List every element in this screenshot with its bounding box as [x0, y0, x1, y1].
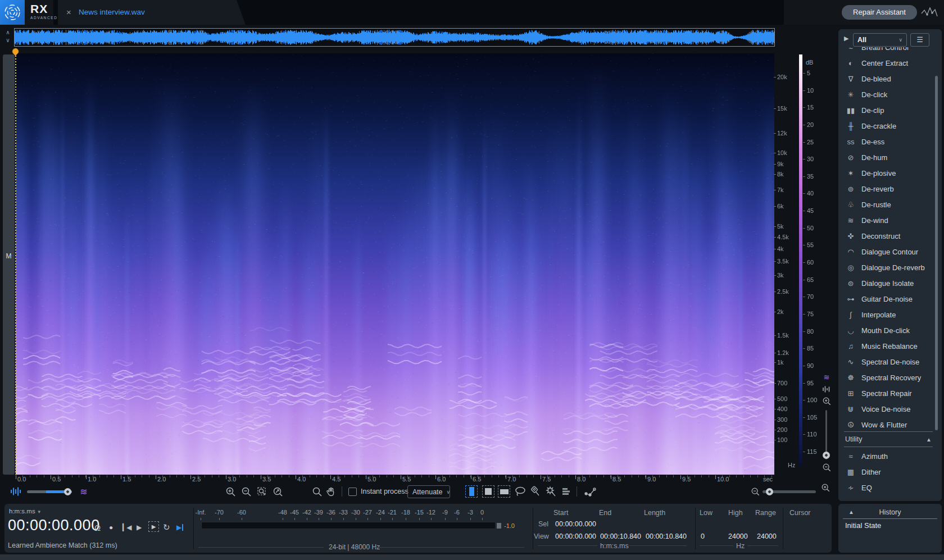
view-blend-slider-thumb[interactable] [64, 488, 71, 495]
loop-button[interactable]: ↻ [163, 521, 170, 534]
module-item-de-click[interactable]: ✳De-click [838, 86, 938, 102]
freq-high-value[interactable]: 24000 [728, 532, 748, 540]
freq-tick [774, 420, 776, 420]
time-format-dropdown[interactable]: h:m:s.ms ▼ [9, 508, 42, 515]
sel-start-value[interactable]: 00:00:00.000 [555, 520, 596, 528]
module-item-de-rustle[interactable]: ♧De-rustle [838, 197, 938, 212]
meter-label--70: -70 [215, 509, 224, 516]
module-item-deconstruct[interactable]: ✜Deconstruct [838, 228, 938, 244]
time-display[interactable]: 00:00:00.000 [8, 517, 100, 534]
time-frequency-selection-tool[interactable] [482, 485, 494, 498]
module-item-dialogue-isolate[interactable]: ⊜Dialogue Isolate [838, 275, 938, 291]
view-start-value[interactable]: 00:00:00.000 [555, 532, 596, 540]
view-end-value[interactable]: 00:00:10.840 [600, 532, 641, 540]
horizontal-zoom-in-icon[interactable] [819, 483, 832, 494]
module-item-dither[interactable]: ▦Dither [838, 464, 938, 480]
waveform-view-icon[interactable] [820, 385, 833, 397]
module-item-spectral-recovery[interactable]: ☸Spectral Recovery [838, 370, 938, 385]
module-item-mouth-de-click[interactable]: ◡Mouth De-click [838, 322, 938, 338]
time-selection-tool[interactable] [465, 485, 478, 498]
module-item-dialogue-de-reverb[interactable]: ◎Dialogue De-reverb [838, 259, 938, 275]
module-item-eq[interactable]: ∻EQ [838, 480, 938, 495]
ruler-label-10.0: 10.0 [717, 476, 729, 482]
spectrogram-view-icon[interactable]: ≋ [820, 373, 833, 384]
process-mode-dropdown[interactable]: Attenuate ∨ [407, 485, 450, 498]
vertical-zoom-slider-thumb[interactable] [823, 452, 830, 459]
overview-waveform-canvas[interactable] [15, 29, 774, 46]
zoom-in-button[interactable] [225, 485, 236, 498]
magic-wand-tool[interactable] [546, 485, 557, 498]
module-item-de-clip[interactable]: ▮▮De-clip [838, 102, 938, 118]
zoom-selection-button[interactable] [257, 485, 267, 498]
izotope-rx-logo[interactable] [0, 0, 25, 25]
module-filter-dropdown[interactable]: All ∨ [853, 33, 907, 47]
frequency-selection-tool[interactable] [498, 485, 510, 498]
play-button[interactable]: ▶ [137, 521, 142, 534]
db-tick [803, 417, 805, 418]
magnifier-tool-icon[interactable] [312, 485, 323, 498]
module-item-azimuth[interactable]: ≈Azimuth [838, 448, 938, 464]
lasso-selection-tool[interactable] [514, 485, 527, 498]
horizontal-zoom-out-icon[interactable] [751, 485, 760, 498]
freq-low-value[interactable]: 0 [701, 532, 705, 540]
module-item-de-reverb[interactable]: ⊚De-reverb [838, 181, 938, 197]
module-item-spectral-repair[interactable]: ⊞Spectral Repair [838, 385, 938, 401]
waveform-overview[interactable] [14, 28, 775, 47]
curve-node-tool[interactable] [584, 485, 597, 498]
db-tick [803, 314, 805, 315]
repair-pen-icon[interactable] [920, 5, 938, 20]
play-selection-button[interactable]: ▶ [148, 521, 159, 532]
meter-tick [482, 518, 483, 520]
grab-hand-tool-icon[interactable] [326, 485, 336, 498]
module-item-de-plosive[interactable]: ✶De-plosive [838, 165, 938, 181]
tab-close-icon[interactable]: × [66, 7, 71, 17]
vertical-zoom-in-icon[interactable] [820, 397, 833, 408]
repair-assistant-button[interactable]: Repair Assistant [842, 5, 917, 20]
freq-tick [774, 261, 776, 262]
brush-selection-tool[interactable] [530, 485, 541, 498]
module-item-center-extract[interactable]: ◐Center Extract [838, 55, 938, 71]
module-item-de-crackle[interactable]: ╫De-crackle [838, 118, 938, 134]
harmonics-selection-tool[interactable] [561, 485, 571, 498]
module-item-breath-control[interactable]: ≈Breath Control [838, 47, 938, 55]
panel-separator-2 [533, 508, 533, 549]
spectrogram-toggle-icon[interactable]: ≋ [78, 485, 90, 498]
meter-tick [457, 518, 457, 520]
spectrogram-canvas[interactable] [16, 53, 774, 475]
module-item-interpolate[interactable]: ∫Interpolate [838, 307, 938, 322]
ruler-tick [611, 475, 611, 479]
module-item-de-hum[interactable]: ⊘De-hum [838, 149, 938, 165]
module-item-de-bleed[interactable]: ∇De-bleed [838, 71, 938, 86]
channel-strip[interactable]: M [3, 54, 15, 475]
go-to-start-button[interactable]: ▎◀ [122, 521, 130, 534]
module-item-dialogue-contour[interactable]: ◠Dialogue Contour [838, 244, 938, 259]
module-list-scrollbar[interactable] [935, 76, 938, 430]
freq-range-value[interactable]: 24000 [757, 532, 777, 540]
view-length-value[interactable]: 00:00:10.840 [646, 532, 687, 540]
module-run-icon[interactable]: ▶ [844, 35, 848, 42]
module-item-wow-flutter[interactable]: ☮Wow & Flutter [838, 417, 938, 430]
module-menu-button[interactable]: ☰ [910, 33, 929, 47]
file-tab[interactable]: × News interview.wav [58, 0, 246, 25]
module-item-voice-de-noise[interactable]: ⋓Voice De-noise [838, 401, 938, 417]
overview-resize-arrows[interactable]: ∧∨ [3, 29, 12, 44]
peak-readout[interactable]: -1.0 [504, 522, 515, 529]
history-entry[interactable]: Initial State [845, 521, 881, 530]
zoom-fit-button[interactable] [273, 485, 283, 498]
module-item-spectral-de-noise[interactable]: ∿Spectral De-noise [838, 354, 938, 370]
play-to-end-button[interactable]: ▶ [176, 521, 183, 534]
waveform-toggle-icon[interactable] [9, 485, 22, 498]
monitor-headphones-button[interactable]: Ω [94, 521, 101, 534]
module-item-de-wind[interactable]: ≋De-wind [838, 212, 938, 228]
instant-process-checkbox[interactable] [348, 488, 357, 496]
module-item-guitar-de-noise[interactable]: ⊶Guitar De-noise [838, 291, 938, 307]
utility-section-header[interactable]: Utility ▲ [844, 431, 933, 447]
meter-label--42: -42 [302, 509, 311, 516]
module-item-music-rebalance[interactable]: ♫Music Rebalance [838, 338, 938, 354]
horizontal-zoom-slider-thumb[interactable] [766, 488, 773, 495]
module-item-de-ess[interactable]: ssDe-ess [838, 134, 938, 149]
db-tick [803, 348, 805, 349]
zoom-out-button[interactable] [241, 485, 252, 498]
vertical-zoom-out-icon[interactable] [820, 463, 833, 474]
record-button[interactable]: ● [109, 521, 113, 534]
